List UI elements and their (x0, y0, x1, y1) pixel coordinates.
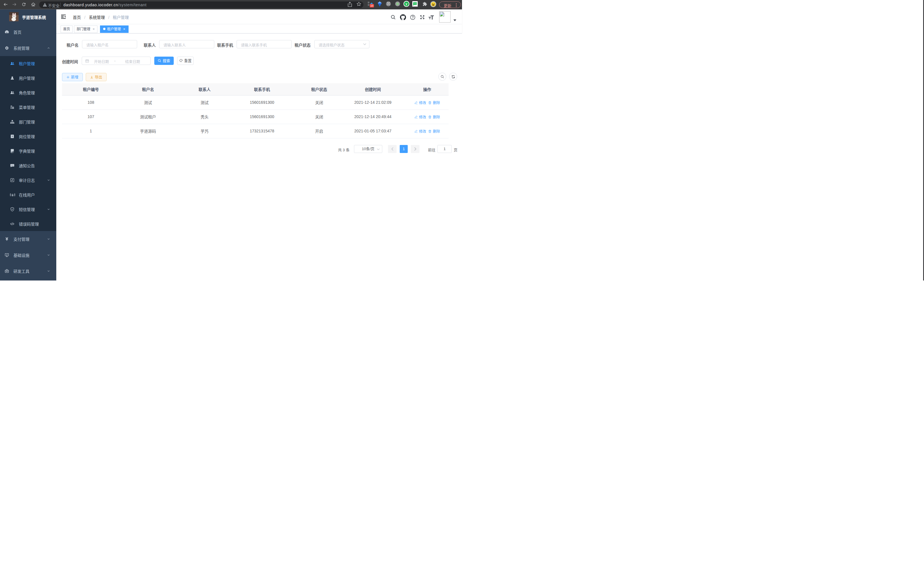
svg-text:y: y (405, 2, 407, 5)
svg-text:⌘: ⌘ (387, 2, 390, 5)
